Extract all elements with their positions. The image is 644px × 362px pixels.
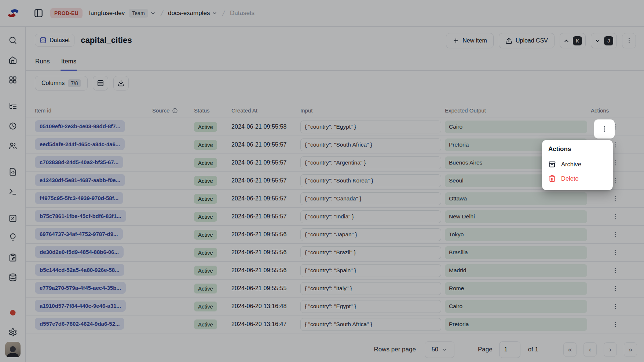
kebab-menu-icon [601,125,608,133]
row-actions-button-active[interactable] [594,119,615,138]
row-actions-menu: Actions Archive Delete [542,140,613,190]
delete-menu-item[interactable]: Delete [545,171,610,186]
archive-icon [548,160,556,168]
trash-icon [548,175,556,182]
actions-menu-title: Actions [545,145,610,157]
langfuse-dataset-items-page: PROD-EU langfuse-dev Team / docs-example… [0,0,644,362]
archive-menu-item[interactable]: Archive [545,157,610,171]
